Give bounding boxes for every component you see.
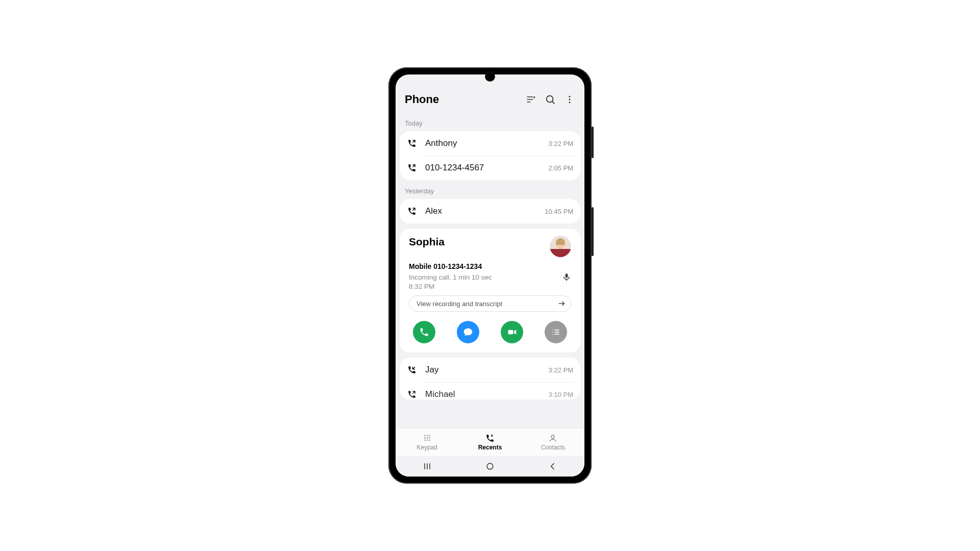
svg-point-9	[569, 102, 571, 103]
svg-rect-15	[550, 249, 571, 257]
recents-list: Today Anthony 3:22 PM 010-1234-4567	[396, 112, 584, 428]
tab-label: Recents	[478, 444, 502, 451]
call-row[interactable]: 010-1234-4567 2:05 PM	[400, 156, 580, 180]
contacts-icon	[548, 434, 557, 443]
page-title: Phone	[405, 93, 439, 106]
call-row[interactable]: Alex 10:45 PM	[400, 199, 580, 223]
svg-point-37	[551, 435, 554, 438]
message-button[interactable]	[457, 321, 479, 343]
video-call-button[interactable]	[501, 321, 523, 343]
nav-back-icon[interactable]	[548, 461, 558, 471]
svg-point-7	[569, 96, 571, 97]
svg-point-41	[487, 463, 493, 469]
svg-point-21	[552, 330, 553, 331]
svg-point-35	[426, 440, 427, 441]
svg-point-33	[429, 437, 430, 438]
call-time: 3:10 PM	[549, 391, 573, 398]
tab-label: Contacts	[541, 444, 565, 451]
svg-point-34	[424, 440, 425, 441]
outgoing-call-icon	[407, 138, 417, 148]
outgoing-call-icon	[407, 389, 417, 399]
svg-point-29	[426, 435, 427, 436]
svg-marker-20	[514, 330, 516, 334]
svg-rect-19	[508, 330, 513, 334]
group-label-yesterday: Yesterday	[400, 180, 580, 199]
svg-text:↑: ↑	[533, 95, 535, 99]
call-time: 3:22 PM	[549, 140, 573, 147]
svg-point-32	[426, 437, 427, 438]
group-yesterday: Alex 10:45 PM	[400, 199, 580, 223]
system-nav	[396, 456, 584, 477]
svg-point-28	[424, 435, 425, 436]
svg-point-30	[429, 435, 430, 436]
call-time: 2:05 PM	[549, 164, 573, 172]
group-after: Jay 3:22 PM Michael 3:10 PM	[400, 358, 580, 399]
svg-point-5	[547, 96, 553, 103]
tab-contacts[interactable]: Contacts	[522, 429, 584, 456]
call-detail-card: Sophia	[400, 229, 580, 353]
nav-recents-icon[interactable]	[422, 461, 432, 471]
svg-line-6	[552, 102, 554, 104]
avatar[interactable]	[550, 236, 571, 257]
detail-name: Sophia	[409, 236, 550, 248]
chip-label: View recording and transcript	[416, 300, 502, 308]
search-icon[interactable]	[545, 94, 556, 105]
detail-summary: Incoming call, 1 min 10 sec	[409, 273, 492, 281]
more-icon[interactable]	[564, 94, 575, 105]
svg-point-23	[552, 332, 553, 333]
tab-keypad[interactable]: Keypad	[396, 429, 458, 456]
call-name: 010-1234-4567	[425, 163, 549, 173]
call-name: Jay	[425, 365, 549, 375]
front-camera	[485, 71, 495, 82]
keypad-icon	[423, 434, 432, 443]
tab-label: Keypad	[416, 444, 437, 451]
svg-point-8	[569, 99, 571, 101]
bottom-tabs: Keypad Recents Contacts	[396, 428, 584, 456]
tab-recents[interactable]: Recents	[458, 429, 521, 456]
call-row[interactable]: Michael 3:10 PM	[400, 382, 580, 399]
call-button[interactable]	[413, 321, 435, 343]
view-recording-button[interactable]: View recording and transcript	[409, 295, 571, 312]
svg-point-36	[429, 440, 430, 441]
phone-frame: Phone ↑	[388, 67, 592, 484]
svg-point-25	[552, 334, 553, 335]
detail-time: 8:32 PM	[409, 283, 571, 290]
incoming-call-icon	[407, 365, 417, 375]
svg-point-31	[424, 437, 425, 438]
call-name: Alex	[425, 206, 545, 216]
header-actions: ↑	[525, 94, 575, 105]
call-row[interactable]: Anthony 3:22 PM	[400, 131, 580, 156]
recents-icon	[485, 434, 495, 443]
outgoing-call-icon	[407, 206, 417, 216]
screen: Phone ↑	[396, 74, 584, 477]
group-today: Anthony 3:22 PM 010-1234-4567 2:05 PM	[400, 131, 580, 180]
call-name: Michael	[425, 389, 549, 399]
detail-line: Mobile 010-1234-1234	[409, 262, 571, 270]
call-name: Anthony	[425, 138, 549, 148]
outgoing-call-icon	[407, 163, 417, 173]
nav-home-icon[interactable]	[485, 461, 495, 471]
mic-icon	[562, 272, 571, 282]
arrow-right-icon	[557, 299, 566, 308]
detail-actions	[409, 321, 571, 343]
call-time: 3:22 PM	[549, 366, 573, 374]
call-time: 10:45 PM	[545, 208, 573, 215]
filter-icon[interactable]: ↑	[525, 94, 536, 105]
group-label-today: Today	[400, 112, 580, 131]
history-button[interactable]	[545, 321, 567, 343]
call-row[interactable]: Jay 3:22 PM	[400, 358, 580, 382]
